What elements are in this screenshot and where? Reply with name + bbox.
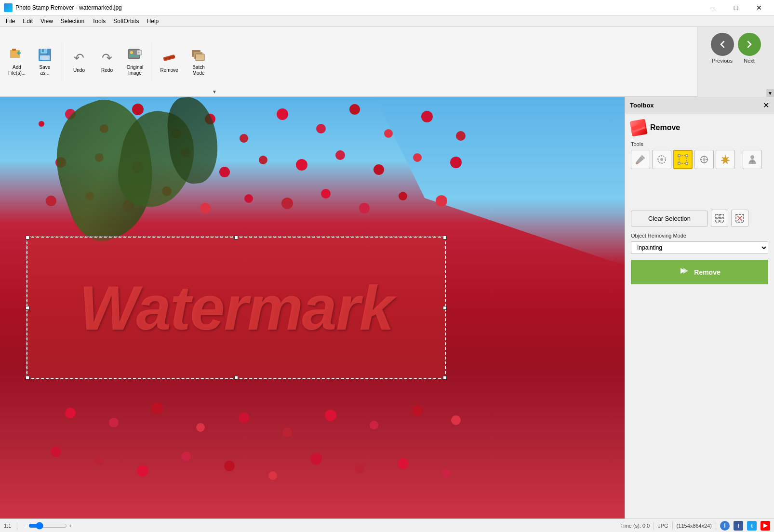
- svg-rect-43: [720, 214, 723, 218]
- clear-selection-button[interactable]: Clear Selection: [631, 211, 708, 226]
- remove-action-button[interactable]: Remove: [631, 260, 768, 284]
- info-icon[interactable]: i: [720, 521, 730, 531]
- original-image-label: OriginalImage: [127, 65, 143, 76]
- tool-person[interactable]: [743, 150, 762, 169]
- nav-dropdown-arrow[interactable]: ▼: [766, 89, 774, 97]
- minimize-button[interactable]: ─: [702, 0, 724, 15]
- toolbox-content: Remove Tools: [625, 114, 774, 519]
- svg-rect-42: [716, 214, 719, 218]
- undo-button[interactable]: ↶ Undo: [66, 47, 92, 76]
- tool-rect-select[interactable]: [673, 150, 693, 169]
- menu-view[interactable]: View: [37, 15, 57, 27]
- facebook-icon[interactable]: f: [734, 521, 743, 531]
- svg-point-38: [703, 158, 706, 161]
- format-status: JPG: [658, 523, 668, 529]
- dimensions-status: (1154x864x24): [677, 523, 712, 529]
- menu-selection[interactable]: Selection: [57, 15, 88, 27]
- save-icon: [37, 47, 53, 63]
- app-icon: [4, 3, 13, 12]
- handle-mid-right[interactable]: [443, 306, 447, 310]
- menu-softorbits[interactable]: SoftOrbits: [109, 15, 143, 27]
- svg-point-10: [130, 51, 133, 54]
- mode-label: Object Removing Mode: [631, 233, 768, 239]
- redo-label: Redo: [101, 67, 113, 73]
- canvas-area[interactable]: Watermark: [0, 97, 625, 519]
- toolbox-panel: Toolbox ✕ Remove Tools: [625, 97, 774, 519]
- svg-point-39: [751, 156, 754, 159]
- status-sep-4: [716, 522, 716, 530]
- batch-dropdown-arrow[interactable]: ▼: [212, 89, 217, 94]
- next-button[interactable]: Next: [738, 33, 761, 64]
- add-files-icon: [9, 47, 25, 63]
- svg-marker-50: [683, 268, 688, 274]
- toolbox-close-button[interactable]: ✕: [763, 101, 769, 110]
- previous-label: Previous: [712, 58, 733, 64]
- toolbar: AddFile(s)... Saveas... ↶ Undo ↷ Redo: [0, 27, 774, 97]
- remove-action-label: Remove: [694, 268, 720, 276]
- handle-top-right[interactable]: [443, 236, 447, 239]
- tool-auto-select[interactable]: [716, 150, 735, 169]
- remove-section-title: Remove: [650, 123, 680, 132]
- save-as-button[interactable]: Saveas...: [32, 47, 58, 76]
- svg-point-23: [660, 158, 663, 161]
- close-button[interactable]: ✕: [748, 0, 770, 15]
- remove-arrow-icon: [679, 265, 690, 279]
- menu-file[interactable]: File: [2, 15, 19, 27]
- handle-top-mid[interactable]: [234, 236, 238, 239]
- zoom-plus[interactable]: +: [69, 523, 72, 529]
- toolbar-separator-1: [62, 42, 62, 81]
- remove-toolbar-label: Remove: [160, 67, 178, 73]
- svg-rect-31: [678, 162, 680, 164]
- window-title: Photo Stamp Remover - watermarked.jpg: [15, 4, 702, 11]
- remove-section-icon: [629, 119, 647, 136]
- zoom-minus[interactable]: −: [23, 523, 26, 529]
- selection-rectangle[interactable]: [27, 237, 446, 379]
- nav-area: Previous Next ▼: [697, 27, 774, 97]
- undo-icon: ↶: [71, 50, 87, 66]
- tools-section: Tools: [631, 141, 768, 169]
- maximize-button[interactable]: □: [725, 0, 747, 15]
- original-image-button[interactable]: OriginalImage: [122, 47, 148, 76]
- menu-tools[interactable]: Tools: [88, 15, 109, 27]
- next-label: Next: [744, 58, 755, 64]
- save-as-label: Saveas...: [40, 65, 51, 76]
- tool-brush[interactable]: [631, 150, 650, 169]
- svg-rect-6: [40, 55, 50, 60]
- menu-help[interactable]: Help: [143, 15, 163, 27]
- tool-magic-wand-circle[interactable]: [652, 150, 671, 169]
- tools-label: Tools: [631, 141, 768, 147]
- handle-bottom-mid[interactable]: [234, 376, 238, 380]
- select-all-button[interactable]: [711, 210, 728, 227]
- tools-row: [631, 150, 768, 169]
- redo-button[interactable]: ↷ Redo: [94, 47, 120, 76]
- handle-bottom-left[interactable]: [26, 376, 29, 380]
- remove-toolbar-button[interactable]: Remove: [156, 47, 182, 76]
- menu-edit[interactable]: Edit: [19, 15, 37, 27]
- image-container: Watermark: [0, 97, 625, 519]
- add-files-button[interactable]: AddFile(s)...: [4, 47, 30, 76]
- handle-bottom-right[interactable]: [443, 376, 447, 380]
- previous-icon: [711, 33, 734, 56]
- twitter-icon[interactable]: t: [747, 521, 757, 531]
- add-files-label: AddFile(s)...: [8, 65, 26, 76]
- window-controls: ─ □ ✕: [702, 0, 770, 15]
- svg-rect-7: [42, 49, 44, 52]
- previous-button[interactable]: Previous: [711, 33, 734, 64]
- tool-magic-wand[interactable]: [694, 150, 714, 169]
- spacer: [631, 175, 768, 204]
- status-sep-1: [17, 522, 17, 530]
- svg-rect-44: [716, 219, 719, 222]
- status-right: Time (s): 0.0 JPG (1154x864x24) i f t ▶: [620, 521, 770, 531]
- magic-wand-circle-icon: [656, 154, 667, 165]
- toolbar-separator-2: [152, 42, 152, 81]
- handle-mid-left[interactable]: [26, 306, 29, 310]
- handle-top-left[interactable]: [26, 236, 29, 239]
- deselect-button[interactable]: [731, 210, 748, 227]
- toolbox-title: Toolbox: [630, 102, 654, 109]
- youtube-icon[interactable]: ▶: [761, 521, 770, 531]
- original-image-icon: [127, 47, 143, 63]
- batch-mode-button[interactable]: BatchMode: [184, 47, 213, 76]
- title-bar: Photo Stamp Remover - watermarked.jpg ─ …: [0, 0, 774, 15]
- zoom-slider[interactable]: [28, 522, 67, 530]
- mode-select[interactable]: Inpainting Smart Fill Texture Synthesis: [631, 241, 768, 254]
